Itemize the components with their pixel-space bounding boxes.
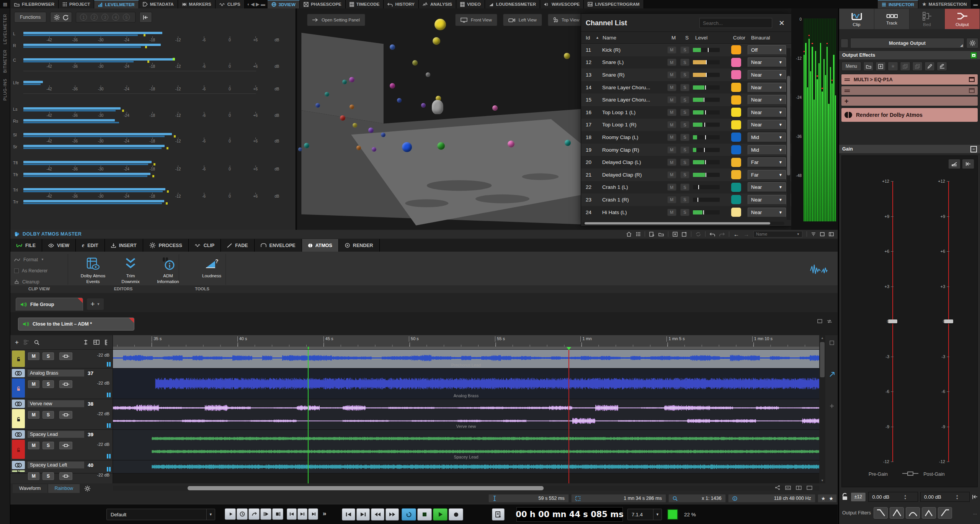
channel-color-swatch[interactable] (731, 120, 741, 129)
gain-range-button[interactable]: ±12 (851, 492, 866, 502)
channel-row-16[interactable]: 16 Top Loop 1 (L) M S Near▼ (581, 106, 791, 119)
channel-row-13[interactable]: 13 Snare (R) M S Near▼ (581, 69, 791, 81)
effect-slot-empty[interactable] (841, 86, 978, 95)
wave-settings-gear-icon[interactable] (84, 485, 91, 492)
tab-scroll-controls[interactable]: ◖◀▶▬ (245, 0, 268, 8)
track-name[interactable]: Spacey Lead (27, 431, 85, 438)
track-header[interactable]: Spacey Lead39 M S -22 dB (10, 430, 113, 460)
wave-mode-tab-rainbow[interactable]: Rainbow (48, 484, 80, 493)
skip-start-button[interactable] (342, 508, 355, 521)
track-lane[interactable]: Prechorus Lead (113, 350, 819, 368)
stereo-icon[interactable] (12, 400, 25, 408)
more-transport-button[interactable]: » (323, 510, 326, 517)
magnifier-icon[interactable] (34, 340, 39, 345)
channel-color-swatch[interactable] (731, 145, 741, 154)
drag-handle-icon[interactable] (844, 90, 850, 92)
scroll-mode-icon[interactable] (830, 404, 834, 408)
play-button[interactable] (433, 508, 448, 521)
solo-button[interactable]: S (680, 109, 689, 116)
track-lanes[interactable]: Prechorus LeadAnalog BrassVerve newSpace… (113, 350, 819, 483)
track-header[interactable]: Spacey Lead Left40 M S -22 dB (10, 460, 113, 473)
inspector-tab-output[interactable]: Output (945, 9, 980, 29)
ribbon-tab-process[interactable]: PROCESS (143, 239, 189, 252)
channel-color-swatch[interactable] (731, 208, 741, 217)
binaural-select[interactable]: Far▼ (748, 157, 786, 167)
channel-color-swatch[interactable] (731, 83, 741, 92)
pre-gain-handle[interactable] (888, 319, 897, 323)
stereo-icon[interactable] (12, 369, 25, 377)
binaural-select[interactable]: Near▼ (748, 120, 786, 129)
binaural-select[interactable]: Near▼ (748, 182, 786, 192)
lock-icon[interactable] (16, 380, 21, 398)
solo-button[interactable]: S (680, 96, 689, 103)
audio-object-sphere[interactable] (325, 92, 329, 97)
track-color-strip[interactable] (12, 409, 25, 428)
track-height-icon[interactable] (83, 339, 88, 345)
file-group-tab[interactable]: File Group (16, 298, 83, 311)
share-icon[interactable] (775, 485, 780, 490)
audio-object-sphere[interactable] (340, 115, 345, 121)
inspector-tab-bed[interactable]: Bed (910, 9, 945, 29)
more-filters-button[interactable]: ... (973, 510, 977, 516)
front-view-button[interactable]: Front View (455, 14, 497, 26)
channel-row-20[interactable]: 20 Delayed Clap (L) M S Far▼ (581, 156, 791, 169)
loudness--button[interactable]: ?Loudness (194, 255, 229, 279)
functions-button[interactable]: Functions (14, 12, 46, 23)
ruler-icon[interactable] (105, 339, 108, 345)
track-header[interactable]: Verve new38 M S -22 dB (10, 399, 113, 430)
track-mute-button[interactable]: M (28, 380, 39, 388)
panel-tab-history[interactable]: HISTORY (384, 0, 418, 8)
track-gain-label[interactable]: -22 dB (97, 442, 109, 447)
dolby-atmos-events-button[interactable]: Dolby AtmosEvents (75, 255, 111, 285)
montage-output-select[interactable]: Montage Output◢ (850, 38, 964, 48)
panel-tab-analysis[interactable]: ANALYSIS (419, 0, 456, 8)
post-roll-button[interactable] (248, 508, 260, 520)
transport-preset-select[interactable]: Default▼ (106, 509, 215, 520)
gear-icon[interactable] (54, 14, 60, 21)
preset-5-button[interactable]: 5 (123, 14, 130, 21)
filter-rows-icon[interactable] (811, 232, 816, 236)
status-inf[interactable]: 118 ch 48 000 Hz (728, 494, 815, 503)
audio-object-sphere[interactable] (356, 146, 361, 150)
preset-1-button[interactable]: 1 (80, 14, 87, 21)
save-icon[interactable] (673, 232, 678, 237)
edit-notes-icon[interactable] (937, 62, 947, 71)
channel-color-swatch[interactable] (731, 58, 741, 67)
track-color-strip[interactable] (12, 378, 25, 398)
meter-preset-buttons[interactable]: 12345 (76, 12, 136, 23)
copy-icon[interactable] (900, 62, 910, 71)
nav-forward-icon[interactable]: → (743, 231, 749, 237)
collapse-icon[interactable]: − (970, 146, 977, 152)
track-gain-label[interactable]: -22 dB (97, 353, 109, 357)
home-icon[interactable] (626, 232, 632, 237)
add-track-button[interactable]: + (15, 339, 19, 346)
solo-button[interactable]: S (680, 146, 689, 154)
name-filter-select[interactable]: Name▼ (753, 231, 802, 237)
side-tab-levelmeter[interactable]: LEVELMETER (3, 14, 7, 44)
play-anchor-button[interactable] (225, 508, 236, 520)
skip-end-button[interactable] (356, 508, 370, 521)
audio-object-sphere[interactable] (426, 72, 430, 77)
channel-config-select[interactable]: 7.1.4▼ (627, 509, 662, 520)
lock-icon[interactable] (16, 352, 21, 367)
mute-button[interactable]: M (667, 84, 676, 91)
fade-curve-icon[interactable] (948, 159, 960, 169)
inspector-tab-track[interactable]: Track (874, 9, 910, 29)
open-preset-icon[interactable] (863, 62, 874, 71)
solo-button[interactable]: S (680, 196, 689, 203)
meter-settings-group[interactable] (50, 12, 72, 23)
filter-b1-button[interactable] (890, 507, 904, 519)
solo-button[interactable]: S (680, 71, 689, 79)
close-icon[interactable]: × (777, 18, 787, 28)
track-mute-button[interactable]: M (28, 442, 39, 449)
channel-row-11[interactable]: 11 Kick (R) M S Off▼ (581, 44, 791, 56)
save-preset-icon[interactable] (875, 62, 886, 71)
effect-slot-eq[interactable]: MULTI > EQ-P1A (841, 74, 978, 85)
track-header[interactable]: M S -22 dB (10, 350, 113, 368)
track-route-icon[interactable] (59, 411, 72, 419)
jump-prev-button[interactable] (297, 508, 307, 520)
track-lane[interactable]: Verve new (113, 399, 819, 430)
rename-icon[interactable] (924, 62, 935, 71)
solo-button[interactable]: S (680, 134, 689, 141)
open-setting-panel-button[interactable]: Open Setting Panel (307, 14, 365, 26)
